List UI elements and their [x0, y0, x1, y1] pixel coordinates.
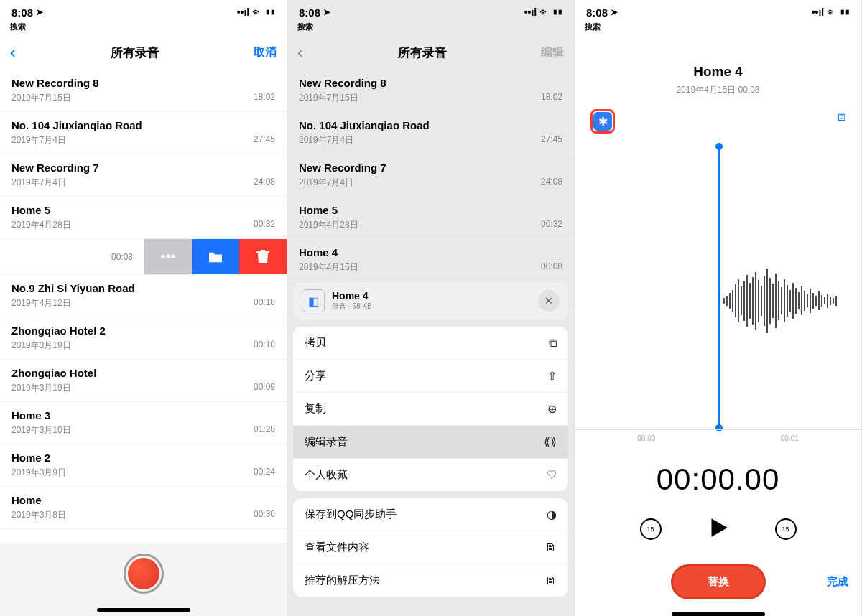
recording-row[interactable]: Zhongqiao Hotel 2 2019年3月19日00:10	[0, 317, 287, 360]
home-indicator[interactable]	[97, 608, 190, 612]
skip-back-button[interactable]: 15	[640, 518, 662, 540]
swiped-duration: 00:08	[0, 239, 144, 274]
sheet-action[interactable]: 查看文件内容🗎	[293, 531, 568, 564]
recording-row[interactable]: No.9 Zhi Si Yiyuan Road 2019年4月12日00:18	[0, 275, 287, 317]
sheet-group-2: 保存到QQ同步助手◑查看文件内容🗎推荐的解压方法🗎	[293, 498, 568, 597]
recording-title[interactable]: Home 4	[693, 64, 743, 80]
sheet-header: ◧ Home 4 录音 · 68 KB ✕	[293, 282, 568, 319]
recording-row[interactable]: New Recording 7 2019年7月4日24:08	[0, 154, 287, 197]
done-button[interactable]: 完成	[827, 575, 848, 589]
recording-row[interactable]: Home 2019年3月8日00:30	[0, 487, 287, 529]
play-button[interactable]	[705, 514, 732, 544]
row-title: Home 5	[11, 204, 275, 216]
playhead[interactable]	[718, 146, 720, 428]
sheet-label: 复制	[305, 402, 326, 416]
delete-action[interactable]	[239, 239, 287, 274]
sheet-label: 保存到QQ同步助手	[305, 508, 397, 521]
sheet-action[interactable]: 编辑录音⟪⟫	[293, 426, 568, 459]
row-title: Home 2	[11, 452, 275, 464]
recording-row[interactable]: No. 104 Jiuxianqiao Road 2019年7月4日27:45	[0, 112, 287, 154]
nav-title: 所有录音	[111, 45, 159, 61]
row-date: 2019年3月19日	[11, 382, 71, 394]
status-time: 8:08	[586, 6, 608, 19]
sheet-action[interactable]: 复制⊕	[293, 393, 568, 426]
row-title: Zhongqiao Hotel	[11, 367, 275, 379]
sheet-action[interactable]: 分享⇧	[293, 360, 568, 393]
more-action[interactable]: •••	[144, 239, 192, 274]
search-label: 搜索	[0, 20, 287, 37]
row-duration: 00:32	[541, 219, 562, 231]
row-date: 2019年4月12日	[11, 297, 71, 309]
row-date: 2019年3月9日	[11, 467, 66, 479]
sheet-label: 编辑录音	[305, 435, 348, 449]
status-icons: ••ıl ᯤ ▮▮	[812, 6, 850, 18]
editor-footer: 替换 完成	[575, 564, 861, 607]
move-action[interactable]	[192, 239, 239, 274]
row-duration: 00:08	[541, 261, 562, 274]
sheet-label: 个人收藏	[305, 468, 348, 482]
row-duration: 24:08	[254, 177, 275, 189]
editor-toolbar: ✱ ⧈	[575, 109, 861, 134]
sheet-action[interactable]: 保存到QQ同步助手◑	[293, 498, 568, 531]
playback-controls: 15 15	[640, 514, 797, 544]
row-title: Home 4	[299, 246, 562, 258]
sheet-subtitle: 录音 · 68 KB	[332, 302, 531, 312]
home-indicator[interactable]	[672, 612, 765, 616]
screen-list: 8:08➤ ••ıl ᯤ ▮▮ 搜索 ‹ 所有录音 取消 New Recordi…	[0, 0, 287, 616]
status-bar: 8:08➤ ••ıl ᯤ ▮▮	[575, 0, 861, 20]
screen-editor: 8:08➤ ••ıl ᯤ ▮▮ 搜索 Home 4 2019年4月15日 00:…	[575, 0, 862, 616]
nav-title: 所有录音	[398, 45, 447, 61]
search-label: 搜索	[287, 20, 574, 37]
sheet-label: 分享	[305, 369, 326, 383]
action-icon: ♡	[547, 468, 557, 482]
row-title: Home 5	[299, 204, 562, 216]
record-inner	[128, 558, 159, 589]
record-button[interactable]	[124, 554, 164, 594]
row-date: 2019年3月8日	[11, 509, 66, 521]
row-duration: 00:24	[254, 467, 275, 479]
status-bar: 8:08➤ ••ıl ᯤ ▮▮	[287, 0, 574, 20]
row-date: 2019年7月4日	[299, 134, 353, 146]
swiped-row[interactable]: 00:08 •••	[0, 239, 287, 275]
row-date: 2019年4月28日	[11, 219, 71, 231]
sheet-action[interactable]: 拷贝⧉	[293, 327, 568, 360]
sheet-label: 推荐的解压方法	[305, 574, 380, 587]
edit-button[interactable]: 编辑	[541, 45, 564, 60]
recording-row[interactable]: Home 3 2019年3月10日01:28	[0, 402, 287, 444]
waveform-area[interactable]: 00:00 00:01	[575, 146, 861, 455]
enhance-button-highlight[interactable]: ✱	[590, 109, 615, 134]
back-button[interactable]: ‹	[297, 42, 303, 62]
back-button[interactable]: ‹	[10, 42, 16, 62]
row-date: 2019年3月10日	[11, 424, 71, 437]
location-icon: ➤	[611, 7, 618, 17]
sheet-action[interactable]: 推荐的解压方法🗎	[293, 564, 568, 597]
recordings-list[interactable]: New Recording 8 2019年7月15日18:02 No. 104 …	[0, 70, 287, 543]
recording-file-icon: ◧	[302, 289, 325, 312]
time-mark: 00:00	[637, 434, 655, 442]
recording-row[interactable]: Home 2 2019年3月9日00:24	[0, 444, 287, 487]
action-icon: 🗎	[545, 574, 557, 587]
recording-row[interactable]: Zhongqiao Hotel 2019年3月19日00:09	[0, 360, 287, 402]
recording-row[interactable]: Home 5 2019年4月28日00:32	[0, 197, 287, 239]
sheet-action[interactable]: 个人收藏♡	[293, 459, 568, 491]
trim-button[interactable]: ⧈	[838, 109, 845, 134]
search-label: 搜索	[575, 20, 861, 37]
recording-row[interactable]: New Recording 8 2019年7月15日18:02	[0, 70, 287, 112]
row-duration: 24:08	[541, 177, 562, 189]
recording-row: Home 4 2019年4月15日00:08	[287, 239, 574, 281]
row-title: New Recording 7	[299, 162, 562, 174]
status-bar: 8:08➤ ••ıl ᯤ ▮▮	[0, 0, 287, 20]
close-button[interactable]: ✕	[538, 290, 560, 312]
cancel-button[interactable]: 取消	[254, 45, 277, 60]
action-icon: ⊕	[547, 402, 557, 416]
record-tray	[0, 543, 287, 616]
timeline: 00:00 00:01	[575, 429, 861, 442]
skip-value: 15	[646, 526, 654, 533]
row-title: Zhongqiao Hotel 2	[11, 325, 275, 337]
replace-button[interactable]: 替换	[671, 564, 766, 599]
row-title: New Recording 7	[11, 162, 275, 174]
row-title: Home	[11, 494, 275, 506]
row-date: 2019年4月28日	[299, 219, 358, 231]
row-date: 2019年7月4日	[11, 134, 66, 146]
skip-forward-button[interactable]: 15	[775, 518, 797, 540]
